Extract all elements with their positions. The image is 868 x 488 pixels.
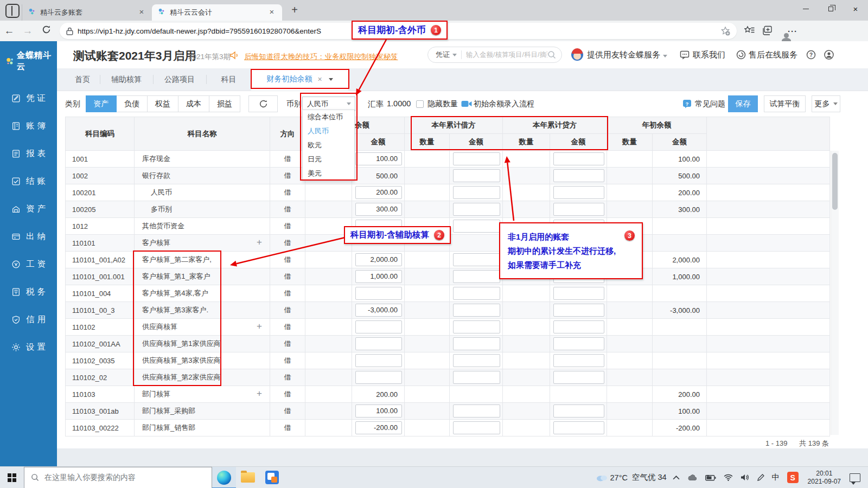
sidebar-item-payroll[interactable]: 工资 (0, 251, 57, 278)
wifi-icon[interactable] (724, 474, 733, 481)
after-sales-link[interactable]: 售后在线服务 (749, 50, 797, 60)
ytd-credit-amount-input[interactable] (553, 320, 604, 333)
trial-balance-button[interactable]: 试算平衡 (764, 95, 806, 112)
ime-indicator[interactable]: 中 (772, 473, 780, 483)
sidebar-item-report[interactable]: 报表 (0, 140, 57, 168)
onedrive-cloud-icon[interactable] (687, 474, 698, 481)
add-detail-icon[interactable]: + (257, 388, 262, 399)
ytd-credit-amount-input[interactable] (553, 337, 604, 350)
tab-首页[interactable]: 首页 (65, 68, 100, 91)
browser-tab[interactable]: 精斗云云会计× (152, 4, 282, 21)
minimize-button[interactable] (793, 0, 818, 17)
initial-balance-flow-link[interactable]: 初始余额录入流程 (474, 99, 534, 109)
taskbar-remote-app-icon[interactable] (260, 467, 284, 488)
reload-icon[interactable] (37, 25, 55, 37)
ytd-debit-amount-input[interactable] (453, 220, 500, 233)
more-button[interactable]: 更多 (812, 95, 840, 112)
restore-button[interactable] (818, 0, 843, 17)
category-button-成本[interactable]: 成本 (178, 95, 209, 112)
favorites-bar-icon[interactable] (744, 25, 755, 36)
currency-option[interactable]: 美元 (303, 166, 354, 181)
tab-财务初始余额[interactable]: 财务初始余额× (251, 68, 348, 91)
save-button[interactable]: 保存 (728, 95, 758, 112)
sidebar-item-voucher[interactable]: 凭证 (0, 85, 57, 112)
tab-科目[interactable]: 科目 (206, 68, 251, 91)
search-icon[interactable] (547, 50, 556, 59)
tab-公路项目[interactable]: 公路项目 (153, 68, 206, 91)
ytd-debit-amount-input[interactable] (453, 253, 500, 266)
collections-icon[interactable] (762, 25, 773, 37)
table-scrollbar[interactable] (831, 151, 839, 435)
sidebar-item-ledger[interactable]: 账簿 (0, 112, 57, 140)
opening-amount-input[interactable]: 100.00 (355, 152, 402, 165)
sidebar-item-credit[interactable]: 信用 (0, 306, 57, 333)
tray-expand-icon[interactable] (673, 475, 680, 480)
ytd-credit-amount-input[interactable] (553, 287, 604, 300)
ytd-credit-amount-input[interactable] (553, 404, 604, 418)
ytd-debit-amount-input[interactable] (453, 320, 500, 333)
opening-amount-input[interactable] (355, 287, 402, 300)
ytd-debit-amount-input[interactable] (453, 354, 500, 367)
hide-quantity-checkbox[interactable] (416, 100, 424, 108)
opening-amount-input[interactable]: -200.00 (355, 421, 402, 434)
ytd-debit-amount-input[interactable] (453, 371, 500, 384)
weather-air-quality[interactable]: 空气优 34 (632, 472, 667, 483)
tab-close-icon[interactable]: × (137, 8, 146, 17)
ytd-debit-amount-input[interactable] (453, 152, 500, 165)
ytd-credit-amount-input[interactable] (553, 169, 604, 182)
opening-amount-input[interactable] (355, 354, 402, 367)
opening-amount-input[interactable] (355, 337, 402, 350)
sidebar-item-closing[interactable]: 结账 (0, 168, 57, 195)
ytd-debit-amount-input[interactable] (453, 287, 500, 300)
close-button[interactable]: × (843, 0, 868, 17)
faq-link[interactable]: 常见问题 (695, 99, 725, 109)
tab-close-icon[interactable]: × (317, 75, 322, 84)
ytd-debit-amount-input[interactable] (453, 337, 500, 350)
category-button-权益[interactable]: 权益 (148, 95, 178, 112)
pen-icon[interactable] (757, 474, 764, 481)
uf-to-kingdee-service-link[interactable]: 提供用友转金蝶服务 (587, 50, 667, 60)
ytd-credit-amount-input[interactable] (553, 304, 604, 317)
tab-close-icon[interactable]: × (267, 8, 277, 17)
ytd-debit-amount-input[interactable] (453, 203, 500, 216)
category-button-损益[interactable]: 损益 (209, 95, 240, 112)
account-icon[interactable] (824, 50, 834, 60)
currency-select[interactable]: 人民币 (302, 97, 355, 111)
opening-amount-input[interactable]: 2,000.00 (355, 253, 402, 266)
contact-us-link[interactable]: 联系我们 (693, 50, 725, 60)
sidebar-item-settings[interactable]: 设置 (0, 333, 57, 361)
favorite-add-icon[interactable] (720, 26, 730, 36)
browser-menu-icon[interactable]: ··· (788, 27, 797, 36)
action-center-icon[interactable] (850, 473, 860, 482)
ytd-credit-amount-input[interactable] (553, 186, 604, 199)
tab-辅助核算[interactable]: 辅助核算 (100, 68, 153, 91)
taskbar-search[interactable]: 在这里输入你要搜索的内容 (24, 467, 212, 488)
ytd-debit-amount-input[interactable] (453, 304, 500, 317)
start-button[interactable] (0, 467, 24, 488)
opening-amount-input[interactable]: 100.00 (355, 404, 402, 418)
opening-amount-input[interactable]: -3,000.00 (355, 304, 402, 317)
currency-option[interactable]: 综合本位币 (303, 110, 354, 124)
ytd-debit-amount-input[interactable] (453, 404, 500, 418)
tab-actions-icon[interactable] (5, 4, 20, 18)
help-icon[interactable]: ? (806, 50, 816, 60)
taskbar-edge-icon[interactable] (212, 467, 236, 488)
sogou-input-icon[interactable]: S (787, 472, 799, 483)
opening-amount-input[interactable]: 200.00 (355, 186, 402, 199)
ytd-debit-amount-input[interactable] (453, 270, 500, 283)
ytd-credit-amount-input[interactable] (553, 421, 604, 434)
sidebar-item-cashier[interactable]: 出纳 (0, 223, 57, 251)
global-search[interactable]: 凭证 输入金额/核算项目/科目/摘要 (427, 47, 562, 63)
volume-icon[interactable] (741, 474, 749, 481)
back-icon[interactable]: ← (0, 25, 18, 37)
refresh-button[interactable] (248, 95, 278, 112)
currency-option[interactable]: 日元 (303, 152, 354, 166)
announcement-link[interactable]: 后悔知道得太晚的技巧：业务权限控制独家秘笈 (244, 52, 398, 62)
new-tab-button[interactable]: + (288, 3, 302, 17)
currency-option[interactable]: 人民币 (303, 124, 354, 138)
opening-amount-input[interactable] (355, 320, 402, 333)
ytd-debit-amount-input[interactable] (453, 186, 500, 199)
currency-option[interactable]: 欧元 (303, 138, 354, 152)
ytd-debit-amount-input[interactable] (453, 421, 500, 434)
opening-amount-input[interactable]: 300.00 (355, 203, 402, 216)
